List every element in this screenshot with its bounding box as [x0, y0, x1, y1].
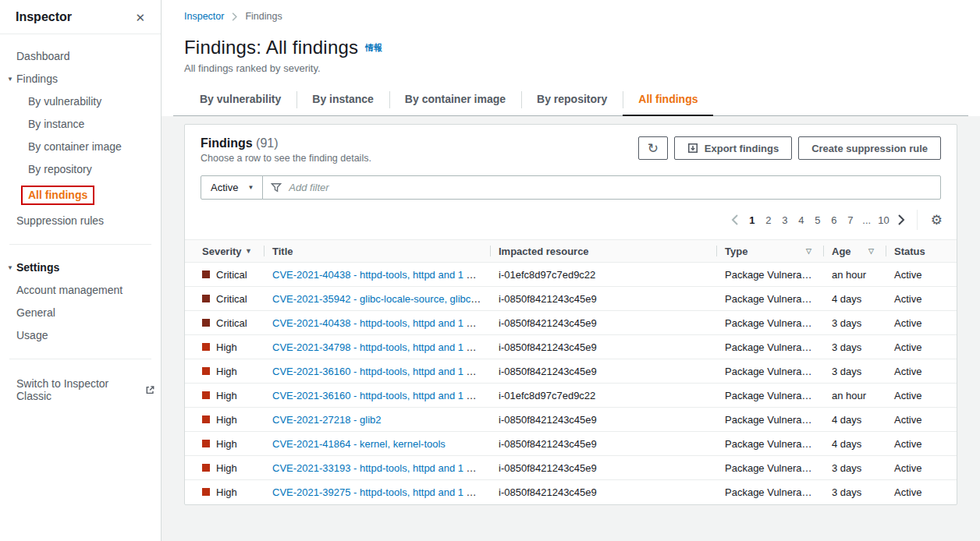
close-icon[interactable]: ✕	[135, 12, 145, 23]
external-link-icon	[145, 385, 154, 395]
tab-by-container-image[interactable]: By container image	[389, 88, 521, 115]
finding-title-link[interactable]: CVE-2021-36160 - httpd-tools, httpd and …	[272, 390, 489, 401]
impacted-resource-cell: i-0850f8421243c45e9	[491, 408, 717, 432]
sidebar-item-label: General	[16, 306, 55, 320]
tab-by-vulnerability[interactable]: By vulnerability	[184, 88, 296, 115]
sidebar-item-by-container-image[interactable]: By container image	[0, 136, 161, 158]
table-row[interactable]: HighCVE-2021-39275 - httpd-tools, httpd …	[185, 480, 957, 504]
info-link[interactable]: 情報	[365, 42, 382, 54]
sidebar-item-suppression-rules[interactable]: Suppression rules	[0, 210, 161, 232]
column-header-title[interactable]: Title	[265, 240, 491, 263]
divider	[9, 359, 151, 359]
status-filter-select[interactable]: Active ▼	[201, 175, 263, 200]
sidebar-item-by-repository[interactable]: By repository	[0, 158, 161, 181]
page-button-6[interactable]: 6	[826, 212, 842, 228]
column-label: Type	[725, 246, 747, 257]
column-header-status[interactable]: Status	[886, 240, 957, 263]
sidebar-item-all-findings[interactable]: All findings	[0, 181, 161, 210]
sort-icon[interactable]: ▽	[806, 247, 811, 255]
sidebar-item-label: By vulnerability	[28, 95, 101, 108]
sidebar-item-label: By container image	[28, 140, 122, 154]
sidebar-item-usage[interactable]: Usage	[0, 324, 161, 347]
refresh-icon: ↻	[648, 140, 659, 157]
page-button-5[interactable]: 5	[809, 212, 826, 228]
sidebar-item-findings[interactable]: ▼Findings	[0, 68, 161, 90]
status-cell: Active	[886, 263, 957, 287]
title-cell: CVE-2021-40438 - httpd-tools, httpd and …	[265, 263, 491, 287]
column-header-severity[interactable]: Severity▼	[185, 240, 265, 263]
finding-title-link[interactable]: CVE-2021-34798 - httpd-tools, httpd and …	[272, 341, 489, 353]
sidebar-item-by-vulnerability[interactable]: By vulnerability	[0, 90, 161, 113]
sidebar-item-account-management[interactable]: Account management	[0, 279, 161, 302]
finding-title-link[interactable]: CVE-2021-33193 - httpd-tools, httpd and …	[272, 462, 489, 474]
table-row[interactable]: CriticalCVE-2021-40438 - httpd-tools, ht…	[185, 311, 957, 335]
column-header-inner: Age▽	[832, 246, 879, 257]
tab-by-instance[interactable]: By instance	[296, 88, 389, 115]
findings-table-body: CriticalCVE-2021-40438 - httpd-tools, ht…	[185, 263, 957, 504]
sidebar-item-settings[interactable]: ▼Settings	[0, 256, 161, 279]
severity-swatch	[202, 440, 210, 447]
severity-swatch	[202, 319, 210, 327]
severity-label: Critical	[216, 293, 247, 305]
finding-title-link[interactable]: CVE-2021-41864 - kernel, kernel-tools	[272, 438, 446, 450]
sidebar-item-label: Suppression rules	[16, 214, 104, 228]
switch-to-inspector-classic-link[interactable]: Switch to Inspector Classic	[0, 371, 161, 408]
status-cell: Active	[886, 432, 957, 456]
severity-cell: High	[185, 359, 265, 384]
table-row[interactable]: CriticalCVE-2021-35942 - glibc-locale-so…	[185, 287, 957, 311]
next-page-button[interactable]	[893, 214, 910, 225]
finding-title-link[interactable]: CVE-2021-36160 - httpd-tools, httpd and …	[272, 366, 489, 377]
table-preferences-gear-icon[interactable]: ⚙	[925, 214, 949, 227]
table-row[interactable]: HighCVE-2021-36160 - httpd-tools, httpd …	[185, 384, 957, 408]
type-cell: Package Vulnerability	[717, 311, 824, 335]
finding-title-link[interactable]: CVE-2021-40438 - httpd-tools, httpd and …	[272, 269, 489, 281]
column-header-type[interactable]: Type▽	[717, 240, 824, 263]
column-header-inner: Type▽	[725, 246, 816, 257]
page-button-1[interactable]: 1	[744, 212, 760, 228]
table-row[interactable]: HighCVE-2021-34798 - httpd-tools, httpd …	[185, 335, 957, 359]
table-row[interactable]: HighCVE-2021-41864 - kernel, kernel-tool…	[185, 432, 957, 456]
export-findings-button[interactable]: Export findings	[674, 136, 792, 160]
sidebar-item-general[interactable]: General	[0, 302, 161, 324]
severity-label: High	[216, 438, 237, 450]
tab-by-repository[interactable]: By repository	[521, 88, 623, 115]
add-filter-input[interactable]: Add filter	[262, 175, 941, 200]
panel-title: Findings	[201, 136, 253, 150]
table-row[interactable]: CriticalCVE-2021-40438 - httpd-tools, ht…	[185, 263, 957, 287]
tab-all-findings[interactable]: All findings	[623, 88, 713, 115]
tab-bar: By vulnerabilityBy instanceBy container …	[173, 88, 968, 116]
column-header-age[interactable]: Age▽	[824, 240, 886, 263]
severity-label: Critical	[216, 317, 247, 329]
severity-swatch	[202, 270, 210, 278]
column-header-impacted-resource[interactable]: Impacted resource	[491, 240, 717, 263]
sidebar: Inspector ✕ Dashboard▼FindingsBy vulnera…	[0, 0, 162, 541]
finding-title-link[interactable]: CVE-2021-39275 - httpd-tools, httpd and …	[272, 486, 489, 498]
create-suppression-rule-button[interactable]: Create suppression rule	[798, 136, 941, 160]
page-button-2[interactable]: 2	[760, 212, 776, 228]
sort-icon[interactable]: ▽	[868, 247, 874, 255]
sort-icon[interactable]: ▼	[245, 247, 252, 255]
page-button-7[interactable]: 7	[842, 212, 858, 228]
finding-title-link[interactable]: CVE-2021-35942 - glibc-locale-source, gl…	[272, 293, 491, 305]
page-button-4[interactable]: 4	[793, 212, 809, 228]
breadcrumb-findings: Findings	[245, 11, 282, 22]
impacted-resource-cell: i-0850f8421243c45e9	[491, 432, 717, 456]
sidebar-item-by-instance[interactable]: By instance	[0, 113, 161, 136]
finding-title-link[interactable]: CVE-2021-27218 - glib2	[272, 414, 381, 426]
chevron-down-icon[interactable]: ▼	[7, 72, 16, 86]
age-cell: 4 days	[824, 408, 886, 432]
status-filter-value: Active	[211, 182, 238, 193]
sidebar-item-dashboard[interactable]: Dashboard	[0, 45, 161, 68]
page-button-3[interactable]: 3	[776, 212, 793, 228]
table-row[interactable]: HighCVE-2021-27218 - glib2i-0850f8421243…	[185, 408, 957, 432]
title-cell: CVE-2021-34798 - httpd-tools, httpd and …	[265, 335, 491, 359]
chevron-down-icon[interactable]: ▼	[7, 261, 16, 274]
previous-page-button[interactable]	[726, 214, 744, 225]
table-row[interactable]: HighCVE-2021-33193 - httpd-tools, httpd …	[185, 456, 957, 480]
severity-swatch	[202, 464, 210, 472]
refresh-button[interactable]: ↻	[638, 136, 668, 160]
breadcrumb-inspector[interactable]: Inspector	[184, 11, 224, 22]
table-row[interactable]: HighCVE-2021-36160 - httpd-tools, httpd …	[185, 359, 957, 384]
page-button-10[interactable]: 10	[875, 212, 892, 228]
finding-title-link[interactable]: CVE-2021-40438 - httpd-tools, httpd and …	[272, 317, 489, 329]
